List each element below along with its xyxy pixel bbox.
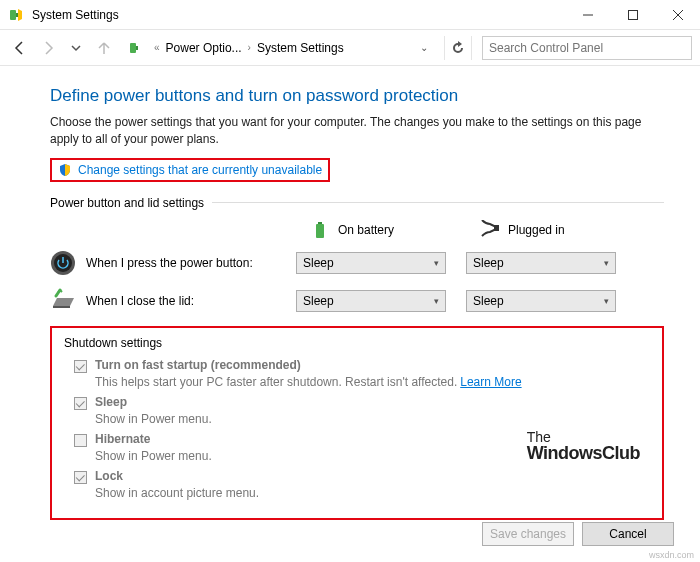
back-button[interactable] bbox=[8, 36, 32, 60]
recent-locations-dropdown[interactable] bbox=[64, 36, 88, 60]
watermark-line1: The bbox=[527, 430, 640, 444]
plug-icon bbox=[480, 220, 500, 240]
plugged-in-header: Plugged in bbox=[480, 220, 650, 240]
learn-more-link[interactable]: Learn More bbox=[460, 375, 521, 389]
fast-startup-label: Turn on fast startup (recommended) bbox=[95, 358, 301, 372]
svg-rect-8 bbox=[316, 224, 324, 238]
svg-rect-9 bbox=[318, 222, 322, 224]
maximize-button[interactable] bbox=[610, 0, 655, 30]
chevron-down-icon: ▾ bbox=[604, 258, 609, 268]
close-button[interactable] bbox=[655, 0, 700, 30]
breadcrumb-separator: « bbox=[154, 42, 160, 53]
lock-description: Show in account picture menu. bbox=[95, 486, 650, 500]
power-options-icon bbox=[128, 40, 144, 56]
svg-rect-0 bbox=[10, 10, 16, 20]
sleep-description: Show in Power menu. bbox=[95, 412, 650, 426]
window-title: System Settings bbox=[32, 8, 565, 22]
breadcrumb-power-options[interactable]: Power Optio... bbox=[166, 41, 242, 55]
hibernate-label: Hibernate bbox=[95, 432, 150, 446]
on-battery-label: On battery bbox=[338, 223, 394, 237]
shutdown-settings-highlight: Shutdown settings Turn on fast startup (… bbox=[50, 326, 664, 520]
titlebar: System Settings bbox=[0, 0, 700, 30]
save-changes-button[interactable]: Save changes bbox=[482, 522, 574, 546]
svg-rect-1 bbox=[16, 13, 18, 17]
up-button[interactable] bbox=[92, 36, 116, 60]
divider bbox=[212, 202, 664, 203]
attribution-text: wsxdn.com bbox=[649, 550, 694, 560]
lock-checkbox[interactable] bbox=[74, 471, 87, 484]
close-lid-row: When I close the lid: Sleep▾ Sleep▾ bbox=[50, 288, 664, 314]
power-button-section-title: Power button and lid settings bbox=[50, 196, 204, 210]
power-button-icon bbox=[50, 250, 76, 276]
close-lid-battery-dropdown[interactable]: Sleep▾ bbox=[296, 290, 446, 312]
close-lid-plugged-dropdown[interactable]: Sleep▾ bbox=[466, 290, 616, 312]
fast-startup-description: This helps start your PC faster after sh… bbox=[95, 375, 650, 389]
navbar: « Power Optio... › System Settings ⌄ bbox=[0, 30, 700, 66]
content-area: Define power buttons and turn on passwor… bbox=[0, 66, 700, 562]
breadcrumb-chevron-icon[interactable]: › bbox=[248, 42, 251, 53]
svg-rect-6 bbox=[130, 43, 136, 53]
on-battery-header: On battery bbox=[310, 220, 480, 240]
hibernate-checkbox[interactable] bbox=[74, 434, 87, 447]
footer-buttons: Save changes Cancel bbox=[482, 522, 674, 546]
change-settings-link[interactable]: Change settings that are currently unava… bbox=[78, 163, 322, 177]
cancel-button[interactable]: Cancel bbox=[582, 522, 674, 546]
lid-icon bbox=[50, 288, 76, 314]
chevron-down-icon: ▾ bbox=[604, 296, 609, 306]
power-button-battery-dropdown[interactable]: Sleep▾ bbox=[296, 252, 446, 274]
svg-rect-7 bbox=[136, 46, 138, 50]
watermark: The WindowsClub bbox=[527, 430, 640, 462]
minimize-button[interactable] bbox=[565, 0, 610, 30]
svg-rect-10 bbox=[494, 225, 499, 231]
page-description: Choose the power settings that you want … bbox=[50, 114, 664, 148]
svg-rect-3 bbox=[628, 11, 637, 20]
power-button-plugged-dropdown[interactable]: Sleep▾ bbox=[466, 252, 616, 274]
page-heading: Define power buttons and turn on passwor… bbox=[50, 86, 664, 106]
plugged-in-label: Plugged in bbox=[508, 223, 565, 237]
search-input[interactable] bbox=[482, 36, 692, 60]
sleep-label: Sleep bbox=[95, 395, 127, 409]
lock-label: Lock bbox=[95, 469, 123, 483]
sleep-checkbox[interactable] bbox=[74, 397, 87, 410]
refresh-button[interactable] bbox=[444, 36, 472, 60]
power-button-row: When I press the power button: Sleep▾ Sl… bbox=[50, 250, 664, 276]
chevron-down-icon: ▾ bbox=[434, 296, 439, 306]
breadcrumb-system-settings[interactable]: System Settings bbox=[257, 41, 344, 55]
battery-icon bbox=[310, 220, 330, 240]
fast-startup-checkbox[interactable] bbox=[74, 360, 87, 373]
forward-button[interactable] bbox=[36, 36, 60, 60]
change-settings-highlight: Change settings that are currently unava… bbox=[50, 158, 330, 182]
app-icon bbox=[8, 7, 24, 23]
close-lid-label: When I close the lid: bbox=[86, 294, 296, 308]
shutdown-section-title: Shutdown settings bbox=[64, 336, 162, 350]
power-button-label: When I press the power button: bbox=[86, 256, 296, 270]
breadcrumb-dropdown-icon[interactable]: ⌄ bbox=[420, 42, 428, 53]
power-button-section-header: Power button and lid settings bbox=[50, 196, 664, 210]
chevron-down-icon: ▾ bbox=[434, 258, 439, 268]
shield-icon bbox=[58, 163, 72, 177]
watermark-line2: WindowsClub bbox=[527, 444, 640, 462]
